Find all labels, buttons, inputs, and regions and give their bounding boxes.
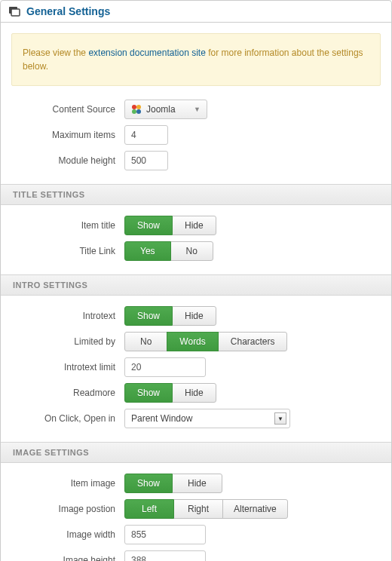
on-click-select[interactable]: Parent Window ▼ xyxy=(124,409,290,428)
title-link-toggle: Yes No xyxy=(124,241,213,261)
image-position-right[interactable]: Right xyxy=(173,499,223,519)
item-title-toggle: Show Hide xyxy=(124,216,216,235)
doc-link[interactable]: extension documentation site xyxy=(88,48,205,58)
limited-by-toggle: No Words Characters xyxy=(124,332,287,351)
introtext-limit-label: Introtext limit xyxy=(11,362,124,372)
caret-down-icon: ▼ xyxy=(194,106,201,113)
svg-rect-1 xyxy=(11,9,20,16)
title-link-no[interactable]: No xyxy=(170,241,213,261)
general-settings-panel: General Settings Please view the extensi… xyxy=(0,0,392,561)
item-image-toggle: Show Hide xyxy=(124,474,222,493)
introtext-hide[interactable]: Hide xyxy=(172,306,216,326)
readmore-label: Readmore xyxy=(11,388,124,398)
on-click-label: On Click, Open in xyxy=(11,413,124,424)
panel-body: Please view the extension documentation … xyxy=(1,23,391,561)
settings-icon xyxy=(8,6,20,17)
introtext-show[interactable]: Show xyxy=(124,306,173,326)
limited-words[interactable]: Words xyxy=(167,332,218,351)
limited-no[interactable]: No xyxy=(124,332,167,351)
image-width-label: Image width xyxy=(11,529,124,540)
notice-lead: Please view the xyxy=(23,48,88,58)
doc-notice: Please view the extension documentation … xyxy=(11,33,381,86)
item-image-label: Item image xyxy=(11,478,124,489)
row-image-position: Image postion Left Right Alternative xyxy=(11,499,381,519)
svg-point-4 xyxy=(132,109,136,114)
row-readmore: Readmore Show Hide xyxy=(11,383,381,403)
image-position-label: Image postion xyxy=(11,504,124,514)
item-title-hide[interactable]: Hide xyxy=(172,216,216,235)
content-source-value: Joomla xyxy=(146,104,189,115)
image-section-heading: IMAGE SETTINGS xyxy=(1,442,391,463)
row-introtext-limit: Introtext limit xyxy=(11,357,381,377)
readmore-hide[interactable]: Hide xyxy=(172,383,216,403)
image-position-alternative[interactable]: Alternative xyxy=(222,499,288,519)
content-source-dropdown[interactable]: Joomla ▼ xyxy=(124,100,207,119)
module-height-input[interactable] xyxy=(124,151,168,170)
max-items-input[interactable] xyxy=(124,125,168,145)
svg-point-5 xyxy=(136,109,141,114)
row-on-click: On Click, Open in Parent Window ▼ xyxy=(11,409,381,428)
joomla-icon xyxy=(131,104,142,115)
svg-point-3 xyxy=(136,105,141,109)
image-position-left[interactable]: Left xyxy=(124,499,174,519)
row-image-width: Image width xyxy=(11,525,381,544)
panel-header: General Settings xyxy=(1,1,391,23)
content-source-label: Content Source xyxy=(11,104,124,115)
limited-characters[interactable]: Characters xyxy=(218,332,288,351)
row-introtext: Introtext Show Hide xyxy=(11,306,381,326)
svg-point-2 xyxy=(132,105,136,109)
readmore-show[interactable]: Show xyxy=(124,383,173,403)
on-click-value: Parent Window xyxy=(131,413,274,424)
introtext-label: Introtext xyxy=(11,311,124,321)
item-image-hide[interactable]: Hide xyxy=(172,474,222,493)
limited-by-label: Limited by xyxy=(11,336,124,347)
item-image-show[interactable]: Show xyxy=(124,474,173,493)
image-height-label: Image height xyxy=(11,555,124,561)
item-title-label: Item title xyxy=(11,220,124,231)
module-height-label: Module height xyxy=(11,155,124,166)
panel-title: General Settings xyxy=(26,5,110,17)
row-title-link: Title Link Yes No xyxy=(11,241,381,261)
image-height-input[interactable] xyxy=(124,550,206,561)
title-link-yes[interactable]: Yes xyxy=(124,241,171,261)
row-module-height: Module height xyxy=(11,151,381,170)
title-link-label: Title Link xyxy=(11,246,124,256)
row-item-title: Item title Show Hide xyxy=(11,216,381,235)
row-content-source: Content Source Joomla ▼ xyxy=(11,100,381,119)
readmore-toggle: Show Hide xyxy=(124,383,216,403)
chevron-down-icon: ▼ xyxy=(274,412,286,425)
row-image-height: Image height xyxy=(11,550,381,561)
title-section-heading: TITLE SETTINGS xyxy=(1,184,391,205)
introtext-toggle: Show Hide xyxy=(124,306,216,326)
row-limited-by: Limited by No Words Characters xyxy=(11,332,381,351)
item-title-show[interactable]: Show xyxy=(124,216,173,235)
introtext-limit-input[interactable] xyxy=(124,357,206,377)
intro-section-heading: INTRO SETTINGS xyxy=(1,274,391,296)
row-max-items: Maximum items xyxy=(11,125,381,145)
image-width-input[interactable] xyxy=(124,525,206,544)
max-items-label: Maximum items xyxy=(11,130,124,140)
image-position-toggle: Left Right Alternative xyxy=(124,499,288,519)
row-item-image: Item image Show Hide xyxy=(11,474,381,493)
